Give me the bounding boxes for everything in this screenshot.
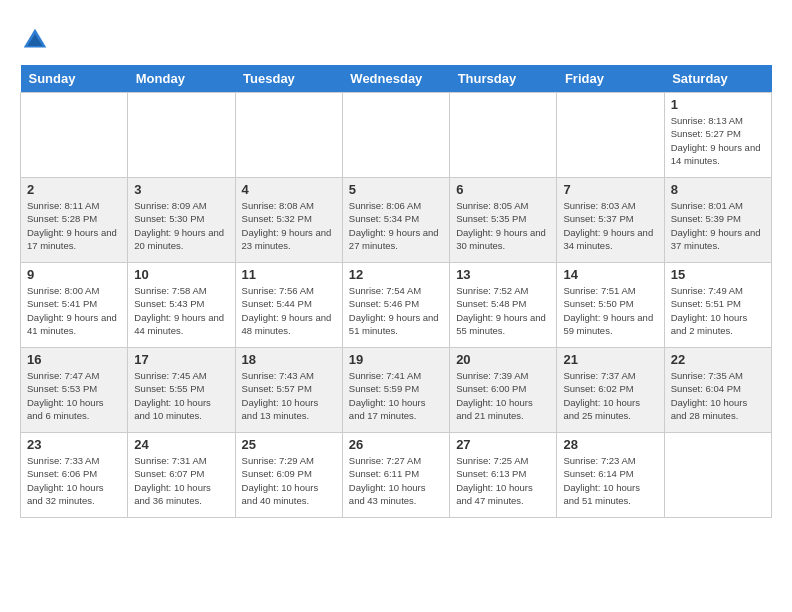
day-info: Sunrise: 7:29 AM Sunset: 6:09 PM Dayligh… — [242, 454, 336, 507]
day-info: Sunrise: 8:05 AM Sunset: 5:35 PM Dayligh… — [456, 199, 550, 252]
weekday-header-saturday: Saturday — [664, 65, 771, 93]
calendar-cell — [21, 93, 128, 178]
page-header — [20, 20, 772, 55]
day-info: Sunrise: 8:11 AM Sunset: 5:28 PM Dayligh… — [27, 199, 121, 252]
weekday-header-sunday: Sunday — [21, 65, 128, 93]
day-info: Sunrise: 7:49 AM Sunset: 5:51 PM Dayligh… — [671, 284, 765, 337]
day-info: Sunrise: 7:47 AM Sunset: 5:53 PM Dayligh… — [27, 369, 121, 422]
day-number: 8 — [671, 182, 765, 197]
day-number: 12 — [349, 267, 443, 282]
day-number: 10 — [134, 267, 228, 282]
calendar-cell: 5Sunrise: 8:06 AM Sunset: 5:34 PM Daylig… — [342, 178, 449, 263]
calendar-cell — [128, 93, 235, 178]
day-number: 11 — [242, 267, 336, 282]
day-number: 16 — [27, 352, 121, 367]
day-number: 27 — [456, 437, 550, 452]
day-info: Sunrise: 7:33 AM Sunset: 6:06 PM Dayligh… — [27, 454, 121, 507]
day-number: 23 — [27, 437, 121, 452]
day-number: 3 — [134, 182, 228, 197]
calendar-cell: 22Sunrise: 7:35 AM Sunset: 6:04 PM Dayli… — [664, 348, 771, 433]
weekday-header-friday: Friday — [557, 65, 664, 93]
calendar-cell — [342, 93, 449, 178]
day-number: 18 — [242, 352, 336, 367]
day-info: Sunrise: 8:06 AM Sunset: 5:34 PM Dayligh… — [349, 199, 443, 252]
calendar-cell: 18Sunrise: 7:43 AM Sunset: 5:57 PM Dayli… — [235, 348, 342, 433]
day-number: 21 — [563, 352, 657, 367]
day-info: Sunrise: 7:37 AM Sunset: 6:02 PM Dayligh… — [563, 369, 657, 422]
logo — [20, 25, 54, 55]
day-info: Sunrise: 7:43 AM Sunset: 5:57 PM Dayligh… — [242, 369, 336, 422]
day-info: Sunrise: 7:45 AM Sunset: 5:55 PM Dayligh… — [134, 369, 228, 422]
calendar-cell — [664, 433, 771, 518]
day-number: 15 — [671, 267, 765, 282]
day-number: 5 — [349, 182, 443, 197]
calendar-cell: 2Sunrise: 8:11 AM Sunset: 5:28 PM Daylig… — [21, 178, 128, 263]
day-number: 28 — [563, 437, 657, 452]
calendar-cell: 20Sunrise: 7:39 AM Sunset: 6:00 PM Dayli… — [450, 348, 557, 433]
day-number: 24 — [134, 437, 228, 452]
day-number: 20 — [456, 352, 550, 367]
calendar-row-1: 1Sunrise: 8:13 AM Sunset: 5:27 PM Daylig… — [21, 93, 772, 178]
day-number: 1 — [671, 97, 765, 112]
calendar-row-5: 23Sunrise: 7:33 AM Sunset: 6:06 PM Dayli… — [21, 433, 772, 518]
calendar-cell: 19Sunrise: 7:41 AM Sunset: 5:59 PM Dayli… — [342, 348, 449, 433]
calendar: SundayMondayTuesdayWednesdayThursdayFrid… — [20, 65, 772, 518]
day-info: Sunrise: 7:31 AM Sunset: 6:07 PM Dayligh… — [134, 454, 228, 507]
day-number: 14 — [563, 267, 657, 282]
calendar-row-3: 9Sunrise: 8:00 AM Sunset: 5:41 PM Daylig… — [21, 263, 772, 348]
day-info: Sunrise: 7:56 AM Sunset: 5:44 PM Dayligh… — [242, 284, 336, 337]
weekday-header-monday: Monday — [128, 65, 235, 93]
weekday-header-row: SundayMondayTuesdayWednesdayThursdayFrid… — [21, 65, 772, 93]
day-number: 22 — [671, 352, 765, 367]
day-info: Sunrise: 7:27 AM Sunset: 6:11 PM Dayligh… — [349, 454, 443, 507]
weekday-header-thursday: Thursday — [450, 65, 557, 93]
day-number: 17 — [134, 352, 228, 367]
calendar-row-4: 16Sunrise: 7:47 AM Sunset: 5:53 PM Dayli… — [21, 348, 772, 433]
calendar-cell: 4Sunrise: 8:08 AM Sunset: 5:32 PM Daylig… — [235, 178, 342, 263]
logo-icon — [20, 25, 50, 55]
calendar-cell: 23Sunrise: 7:33 AM Sunset: 6:06 PM Dayli… — [21, 433, 128, 518]
day-info: Sunrise: 7:54 AM Sunset: 5:46 PM Dayligh… — [349, 284, 443, 337]
day-info: Sunrise: 8:03 AM Sunset: 5:37 PM Dayligh… — [563, 199, 657, 252]
calendar-cell: 11Sunrise: 7:56 AM Sunset: 5:44 PM Dayli… — [235, 263, 342, 348]
calendar-cell: 16Sunrise: 7:47 AM Sunset: 5:53 PM Dayli… — [21, 348, 128, 433]
calendar-cell: 25Sunrise: 7:29 AM Sunset: 6:09 PM Dayli… — [235, 433, 342, 518]
day-number: 6 — [456, 182, 550, 197]
day-info: Sunrise: 8:08 AM Sunset: 5:32 PM Dayligh… — [242, 199, 336, 252]
calendar-cell — [557, 93, 664, 178]
calendar-cell: 6Sunrise: 8:05 AM Sunset: 5:35 PM Daylig… — [450, 178, 557, 263]
calendar-row-2: 2Sunrise: 8:11 AM Sunset: 5:28 PM Daylig… — [21, 178, 772, 263]
day-number: 7 — [563, 182, 657, 197]
day-info: Sunrise: 8:13 AM Sunset: 5:27 PM Dayligh… — [671, 114, 765, 167]
day-info: Sunrise: 7:23 AM Sunset: 6:14 PM Dayligh… — [563, 454, 657, 507]
day-number: 19 — [349, 352, 443, 367]
day-info: Sunrise: 8:01 AM Sunset: 5:39 PM Dayligh… — [671, 199, 765, 252]
day-number: 13 — [456, 267, 550, 282]
day-info: Sunrise: 7:52 AM Sunset: 5:48 PM Dayligh… — [456, 284, 550, 337]
calendar-cell: 3Sunrise: 8:09 AM Sunset: 5:30 PM Daylig… — [128, 178, 235, 263]
calendar-cell: 28Sunrise: 7:23 AM Sunset: 6:14 PM Dayli… — [557, 433, 664, 518]
calendar-cell: 10Sunrise: 7:58 AM Sunset: 5:43 PM Dayli… — [128, 263, 235, 348]
weekday-header-wednesday: Wednesday — [342, 65, 449, 93]
calendar-cell: 27Sunrise: 7:25 AM Sunset: 6:13 PM Dayli… — [450, 433, 557, 518]
calendar-cell: 24Sunrise: 7:31 AM Sunset: 6:07 PM Dayli… — [128, 433, 235, 518]
calendar-cell: 14Sunrise: 7:51 AM Sunset: 5:50 PM Dayli… — [557, 263, 664, 348]
calendar-cell: 26Sunrise: 7:27 AM Sunset: 6:11 PM Dayli… — [342, 433, 449, 518]
calendar-cell: 13Sunrise: 7:52 AM Sunset: 5:48 PM Dayli… — [450, 263, 557, 348]
day-info: Sunrise: 7:58 AM Sunset: 5:43 PM Dayligh… — [134, 284, 228, 337]
calendar-cell: 9Sunrise: 8:00 AM Sunset: 5:41 PM Daylig… — [21, 263, 128, 348]
calendar-cell: 7Sunrise: 8:03 AM Sunset: 5:37 PM Daylig… — [557, 178, 664, 263]
calendar-cell — [450, 93, 557, 178]
weekday-header-tuesday: Tuesday — [235, 65, 342, 93]
day-number: 2 — [27, 182, 121, 197]
day-number: 4 — [242, 182, 336, 197]
calendar-cell: 17Sunrise: 7:45 AM Sunset: 5:55 PM Dayli… — [128, 348, 235, 433]
calendar-cell — [235, 93, 342, 178]
day-info: Sunrise: 8:09 AM Sunset: 5:30 PM Dayligh… — [134, 199, 228, 252]
calendar-cell: 21Sunrise: 7:37 AM Sunset: 6:02 PM Dayli… — [557, 348, 664, 433]
day-info: Sunrise: 7:35 AM Sunset: 6:04 PM Dayligh… — [671, 369, 765, 422]
day-info: Sunrise: 7:25 AM Sunset: 6:13 PM Dayligh… — [456, 454, 550, 507]
calendar-cell: 8Sunrise: 8:01 AM Sunset: 5:39 PM Daylig… — [664, 178, 771, 263]
day-number: 25 — [242, 437, 336, 452]
calendar-cell: 12Sunrise: 7:54 AM Sunset: 5:46 PM Dayli… — [342, 263, 449, 348]
